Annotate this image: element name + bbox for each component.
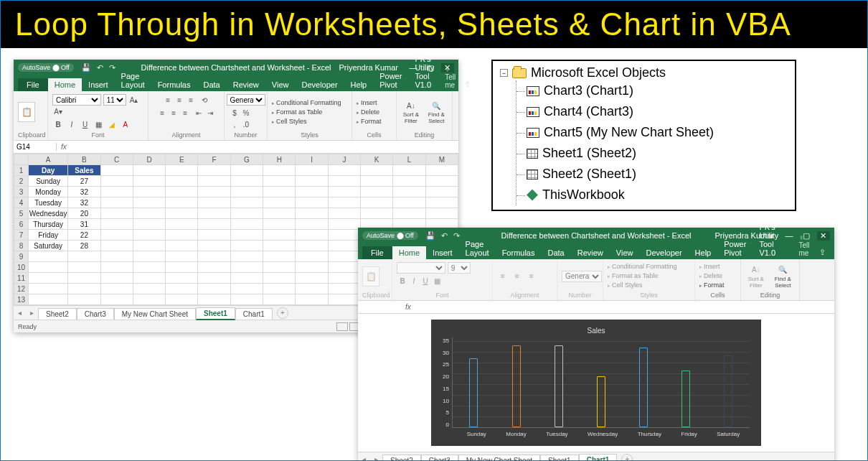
cell[interactable] — [166, 294, 198, 305]
cell[interactable] — [68, 284, 100, 294]
cell[interactable] — [263, 241, 296, 251]
cell[interactable] — [198, 241, 230, 251]
cell[interactable] — [166, 219, 198, 230]
cell[interactable] — [198, 197, 230, 208]
cell[interactable] — [29, 294, 68, 305]
cell[interactable] — [100, 262, 133, 273]
cell[interactable] — [296, 219, 328, 230]
cell[interactable]: 32 — [68, 197, 100, 208]
increase-font-icon[interactable]: A▴ — [128, 94, 140, 106]
cell[interactable] — [296, 208, 328, 219]
cell[interactable] — [198, 219, 230, 230]
cell[interactable] — [100, 208, 133, 219]
ribbon-tab-file[interactable]: File — [362, 246, 392, 259]
cell[interactable]: Wednesday — [29, 208, 68, 219]
cell[interactable] — [328, 241, 360, 251]
cell[interactable] — [133, 241, 165, 251]
cell[interactable] — [198, 176, 230, 187]
cell[interactable] — [133, 165, 165, 176]
row-header[interactable]: 4 — [14, 197, 29, 208]
cell[interactable] — [263, 165, 296, 176]
cell[interactable] — [198, 230, 230, 241]
cell[interactable] — [263, 187, 296, 197]
ribbon-tab-formulas[interactable]: Formulas — [496, 246, 542, 259]
cell[interactable] — [166, 241, 198, 251]
cell[interactable] — [166, 187, 198, 197]
font-size-select[interactable]: 11 — [103, 94, 126, 106]
chart-bar[interactable] — [597, 376, 605, 427]
delete-cells-button[interactable]: Delete — [699, 271, 724, 281]
tree-item[interactable]: Chart4 (Chart3) — [516, 101, 788, 122]
cell[interactable]: Sunday — [29, 176, 68, 187]
font-color-icon[interactable]: A — [120, 118, 131, 130]
sheet-tab-chart3[interactable]: Chart3 — [77, 308, 114, 320]
cell[interactable] — [361, 197, 393, 208]
tree-item[interactable]: ThisWorkbook — [516, 185, 788, 205]
cell[interactable] — [133, 262, 165, 273]
cell[interactable] — [68, 294, 100, 305]
sheet-tab-sheet2[interactable]: Sheet2 — [38, 308, 77, 320]
sheet-tab-chart1[interactable]: Chart1 — [235, 308, 273, 320]
insert-cells-button[interactable]: Insert — [699, 262, 724, 271]
share-icon[interactable]: ⇪ — [460, 78, 475, 91]
paste-icon[interactable]: 📋 — [18, 102, 35, 122]
cell[interactable] — [29, 251, 68, 262]
cell[interactable] — [328, 187, 360, 197]
ribbon-tab-pk-s-utility-tool-v1-0[interactable]: PK's Utility Tool V1.0 — [753, 220, 794, 259]
sheet-nav-next-icon[interactable]: ▸ — [370, 455, 382, 461]
cell[interactable] — [263, 294, 296, 305]
close-icon[interactable]: ✕ — [817, 231, 830, 241]
cell[interactable]: Sales — [68, 165, 100, 176]
cell[interactable] — [328, 284, 360, 294]
chart-bar[interactable] — [639, 348, 648, 427]
cell[interactable] — [296, 284, 328, 294]
cell[interactable] — [230, 208, 263, 219]
col-header[interactable]: A — [29, 154, 68, 165]
find-icon[interactable]: 🔍 — [777, 264, 788, 276]
cell[interactable] — [100, 273, 133, 284]
row-header[interactable]: 5 — [14, 208, 29, 219]
cell[interactable] — [296, 165, 328, 176]
chart-bar[interactable] — [681, 371, 690, 427]
cell[interactable] — [230, 262, 263, 273]
ribbon-tab-review[interactable]: Review — [227, 78, 265, 91]
cell[interactable] — [328, 208, 360, 219]
cell[interactable] — [393, 165, 425, 176]
col-header[interactable]: C — [100, 154, 133, 165]
undo-icon[interactable]: ↶ — [441, 231, 448, 241]
cell[interactable] — [29, 284, 68, 294]
cell[interactable] — [68, 262, 100, 273]
ribbon-tab-help[interactable]: Help — [344, 78, 374, 91]
cell[interactable] — [425, 187, 458, 197]
ribbon-tab-view[interactable]: View — [265, 78, 296, 91]
percent-icon[interactable]: % — [240, 107, 252, 118]
cell[interactable] — [263, 219, 296, 230]
cell[interactable] — [328, 262, 360, 273]
cell[interactable] — [296, 294, 328, 305]
cell[interactable] — [393, 187, 425, 197]
col-header[interactable]: I — [296, 154, 328, 165]
sheet-tab-my-new-chart-sheet[interactable]: My New Chart Sheet — [458, 455, 540, 462]
cell[interactable] — [133, 176, 165, 187]
bold-icon[interactable]: B — [52, 118, 64, 130]
sheet-tab-sheet2[interactable]: Sheet2 — [382, 455, 421, 462]
cell[interactable] — [328, 165, 360, 176]
find-icon[interactable]: 🔍 — [430, 100, 442, 111]
cell[interactable] — [328, 273, 360, 284]
cell[interactable] — [361, 187, 393, 197]
tree-root[interactable]: − Microsoft Excel Objects — [500, 65, 788, 80]
cell[interactable] — [166, 230, 198, 241]
cell[interactable] — [198, 273, 230, 284]
cell[interactable] — [166, 208, 198, 219]
chart-bar[interactable] — [469, 358, 478, 427]
col-header[interactable]: J — [328, 154, 360, 165]
cell[interactable] — [425, 165, 458, 176]
cell[interactable] — [296, 230, 328, 241]
cell[interactable] — [393, 176, 425, 187]
cell[interactable] — [100, 294, 133, 305]
cell[interactable] — [166, 176, 198, 187]
cell[interactable] — [393, 208, 425, 219]
cell[interactable] — [230, 251, 263, 262]
cell[interactable] — [166, 197, 198, 208]
cell[interactable] — [328, 294, 360, 305]
